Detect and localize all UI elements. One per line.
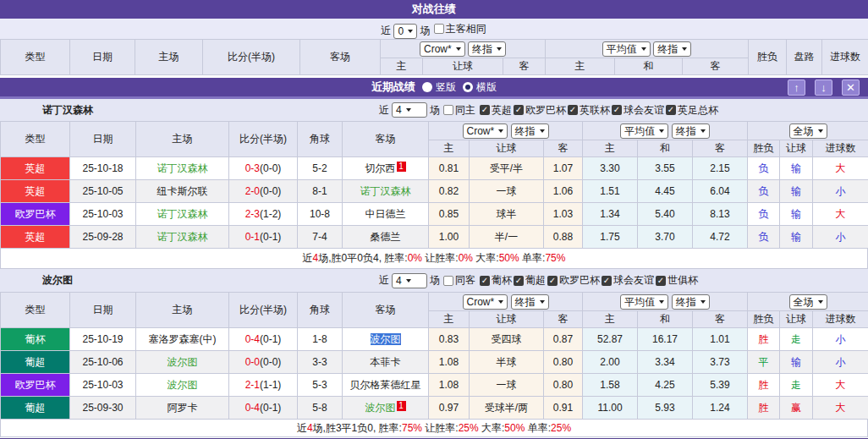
same-venue-filter[interactable]: 同主 [443, 103, 475, 118]
checkbox-checked-icon[interactable]: ✓ [514, 276, 524, 286]
odds-cell: 0.80 [544, 351, 583, 374]
bookmaker-select[interactable]: Crow* [463, 294, 508, 310]
team-link[interactable]: 中日德兰 [365, 208, 406, 220]
avg-stage-select[interactable]: 终指 [672, 294, 710, 310]
subcol-handicap-result: 让球 [780, 311, 813, 328]
close-button[interactable]: ✕ [842, 80, 860, 96]
checkbox-checked-icon[interactable]: ✓ [514, 105, 524, 115]
move-down-button[interactable]: ↓ [815, 80, 832, 96]
move-up-button[interactable]: ↑ [788, 80, 805, 96]
bookmaker-select[interactable]: Crow* [420, 41, 465, 57]
recent-count-select[interactable]: 4 [392, 273, 427, 288]
odds-cell: 1.00 [429, 226, 470, 249]
score-cell: 0-0(0-0) [229, 351, 298, 374]
same-home-away-filter[interactable]: 主客相同 [434, 19, 486, 39]
team-link[interactable]: 桑德兰 [371, 231, 401, 243]
team-link[interactable]: 阿罗卡 [168, 402, 198, 414]
result-cell: 负 [748, 203, 780, 226]
away-team-cell: 中日德兰 [343, 203, 429, 226]
radio-selected-icon[interactable] [463, 82, 473, 92]
team-link[interactable]: 本菲卡 [371, 356, 401, 368]
odds-cell: 0.80 [544, 374, 583, 397]
checkbox-unchecked-icon[interactable] [443, 105, 453, 115]
subcol-handicap: 让球 [470, 311, 544, 328]
league-filter[interactable]: ✓球会友谊 [612, 103, 664, 118]
league-filter[interactable]: ✓英足总杯 [666, 103, 718, 118]
checkbox-checked-icon[interactable]: ✓ [547, 276, 558, 286]
checkbox-unchecked-icon[interactable] [434, 24, 444, 34]
recent-results-bar: 近期战绩 竖版 横版 ↑ ↓ ✕ [0, 78, 868, 99]
match-date: 25-10-19 [70, 328, 136, 351]
checkbox-checked-icon[interactable]: ✓ [612, 105, 622, 115]
avg-odds-cell: 2.15 [693, 157, 748, 180]
col-away: 客场 [300, 40, 381, 75]
team-link[interactable]: 切尔西 [365, 162, 396, 174]
avg-odds-cell: 1.51 [583, 180, 638, 203]
league-filter[interactable]: ✓球会友谊 [602, 273, 654, 288]
match-row: 葡超25-10-06波尔图0-0(0-0)3-3本菲卡1.08半球0.802.0… [1, 351, 868, 374]
vertical-layout-radio[interactable]: 竖版 [422, 78, 456, 96]
avg-stage-select[interactable]: 终指 [653, 41, 691, 57]
subcol-avg-away: 客 [693, 140, 748, 157]
scope-select[interactable]: 全场 [789, 123, 827, 139]
league-filter[interactable]: ✓欧罗巴杯 [547, 273, 600, 288]
odds-stage-select[interactable]: 终指 [468, 41, 506, 57]
h2h-recent-select[interactable]: 0 [393, 24, 417, 39]
checkbox-checked-icon[interactable]: ✓ [480, 105, 490, 115]
col-type: 类型 [1, 40, 70, 75]
team-link[interactable]: 诺丁汉森林 [157, 162, 208, 174]
team-link[interactable]: 波尔图 [371, 333, 401, 345]
team-link[interactable]: 波尔图 [168, 356, 198, 368]
match-row: 欧罗巴杯25-10-03诺丁汉森林2-3(1-2)10-8中日德兰0.85球半1… [1, 203, 868, 226]
team-link[interactable]: 诺丁汉森林 [360, 185, 411, 197]
odds-cell: 0.88 [544, 226, 583, 249]
chevron-down-icon [497, 47, 502, 51]
team-link[interactable]: 诺丁汉森林 [157, 231, 208, 243]
league-filter[interactable]: ✓欧罗巴杯 [514, 103, 566, 118]
bookmaker-select[interactable]: Crow* [463, 123, 508, 139]
checkbox-checked-icon[interactable]: ✓ [602, 276, 612, 286]
summary-text: 近 [297, 422, 307, 434]
odds-group-header: Crow* 终指 [381, 40, 546, 58]
avg-odds-cell: 5.93 [638, 397, 693, 420]
team-link[interactable]: 波尔图 [365, 402, 396, 414]
team-link[interactable]: 纽卡斯尔联 [157, 185, 208, 197]
checkbox-unchecked-icon[interactable] [443, 276, 453, 286]
team-link[interactable]: 塞洛罗森塞(中) [149, 333, 217, 345]
avg-odds-cell: 2.00 [583, 351, 638, 374]
horizontal-layout-radio[interactable]: 横版 [463, 78, 497, 96]
chevron-down-icon [818, 129, 823, 133]
avg-stage-select[interactable]: 终指 [672, 123, 710, 139]
recent-count-select[interactable]: 4 [392, 102, 427, 118]
avg-odds-cell: 16.17 [638, 328, 693, 351]
same-venue-filter[interactable]: 同客 [443, 273, 475, 288]
league-filter[interactable]: ✓英联杯 [568, 103, 610, 118]
handicap-result-cell: 赢 [780, 397, 813, 420]
odds-stage-select[interactable]: 终指 [511, 123, 549, 139]
odds-stage-select[interactable]: 终指 [511, 294, 549, 310]
radio-icon[interactable] [422, 82, 432, 92]
checkbox-checked-icon[interactable]: ✓ [666, 105, 676, 115]
avg-odds-cell: 8.13 [693, 203, 748, 226]
team-link[interactable]: 贝尔格莱德红星 [350, 379, 421, 391]
chevron-down-icon [700, 300, 706, 304]
league-filter[interactable]: ✓葡杯 [480, 273, 512, 288]
chevron-down-icon [406, 279, 411, 283]
checkbox-checked-icon[interactable]: ✓ [480, 276, 490, 286]
avg-select[interactable]: 平均值 [620, 294, 668, 310]
checkbox-checked-icon[interactable]: ✓ [656, 276, 666, 286]
summary-text: 让胜率: [422, 422, 459, 434]
summary-text: 让胜率: [422, 252, 459, 264]
team-name-label: 诺丁汉森林 [42, 103, 93, 118]
checkbox-checked-icon[interactable]: ✓ [568, 105, 578, 115]
avg-select[interactable]: 平均值 [620, 123, 668, 139]
team-link[interactable]: 诺丁汉森林 [157, 208, 208, 220]
scope-select[interactable]: 全场 [789, 294, 827, 310]
chevron-down-icon [659, 300, 664, 304]
league-filter[interactable]: ✓世俱杯 [656, 273, 698, 288]
league-filter[interactable]: ✓英超 [480, 103, 512, 118]
avg-select[interactable]: 平均值 [602, 41, 651, 57]
odds-cell: 半/一 [470, 226, 544, 249]
team-link[interactable]: 波尔图 [168, 379, 198, 391]
league-filter[interactable]: ✓葡超 [514, 273, 546, 288]
